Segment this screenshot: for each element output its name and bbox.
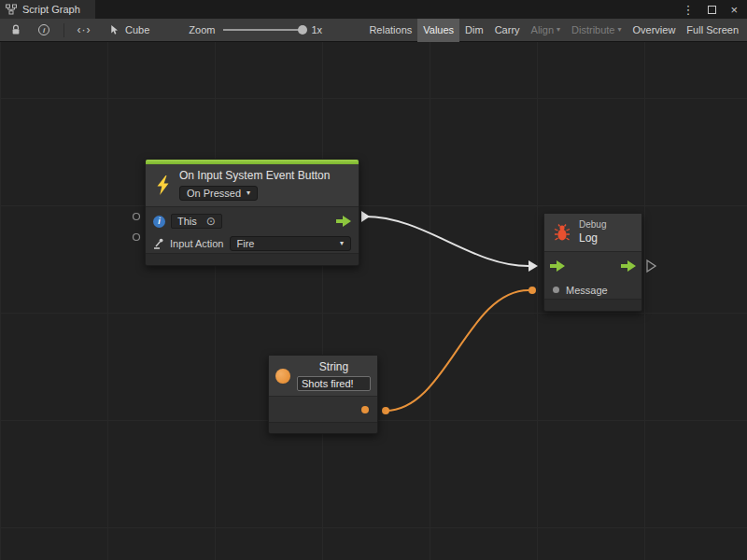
node-debug-log[interactable]: Debug Log Message [543,213,642,312]
node-on-input-system-event-button[interactable]: On Input System Event Button On Pressed … [145,159,359,266]
input-action-icon [153,238,164,249]
values-button[interactable]: Values [417,19,459,42]
chevron-down-icon: ▾ [618,26,622,34]
string-type-icon [275,369,290,384]
input-action-row: Input Action Fire ▾ [153,234,351,253]
tab-script-graph[interactable]: Script Graph [0,0,95,19]
this-row: i This ⊙ [153,212,351,231]
distribute-button[interactable]: Distribute ▾ [566,19,627,42]
zoom-value: 1x [311,24,322,35]
relations-button[interactable]: Relations [363,19,417,42]
debug-node-category: Debug [579,219,606,230]
string-output-port[interactable] [382,407,389,414]
string-node-title: String [319,360,348,373]
chevron-down-icon: ▾ [247,189,250,197]
debug-node-footer [544,299,641,311]
bug-icon [553,223,571,242]
graph-target-button[interactable]: Cube [109,24,149,35]
message-label: Message [566,285,608,296]
input-action-dropdown[interactable]: Fire ▾ [230,236,352,251]
close-icon[interactable]: × [730,3,738,17]
maximize-icon[interactable] [708,6,716,14]
flow-output-arrow-icon[interactable] [621,260,636,272]
flow-input-arrow-icon[interactable] [550,260,565,272]
input-action-input-port[interactable] [134,234,140,241]
event-node-footer [146,253,359,265]
lightning-bolt-icon [156,175,170,195]
debug-node-title: Log [579,231,606,245]
this-object-field[interactable]: This ⊙ [171,214,222,229]
event-node-body: i This ⊙ Input Acti [146,207,359,253]
graph-toolbar: i ‹·› Cube Zoom 1x Relations Values [0,19,747,42]
wire-control-flow-arrowhead-icon [529,260,538,272]
string-node-footer [269,422,377,433]
chevron-down-icon: ▾ [340,240,344,247]
object-picker-icon[interactable]: ⊙ [206,216,216,227]
dim-button[interactable]: Dim [459,19,489,42]
info-badge-icon: i [153,216,165,228]
wire-control-flow[interactable] [365,217,529,266]
zoom-control: Zoom 1x [189,24,322,35]
lock-icon[interactable] [7,21,24,38]
title-bar: Script Graph ⋮ × [0,0,747,19]
graph-icon [6,4,17,15]
inspect-info-icon[interactable]: i [35,21,52,38]
string-node-body [269,397,377,422]
script-graph-window: Script Graph ⋮ × i ‹·› [0,0,747,560]
fullscreen-button[interactable]: Full Screen [681,19,744,42]
target-object-label: Cube [125,24,149,35]
event-node-header: On Input System Event Button On Pressed … [146,164,359,207]
debug-node-header: Debug Log [544,214,641,252]
debug-flow-row [544,252,641,281]
string-port-dot-icon[interactable] [361,406,369,413]
graph-canvas[interactable]: On Input System Event Button On Pressed … [0,42,747,560]
zoom-slider[interactable] [223,29,303,31]
message-port-dot-icon[interactable] [553,287,559,293]
event-node-title: On Input System Event Button [179,169,353,182]
window-controls: ⋮ × [682,0,747,19]
message-input-port[interactable] [529,287,536,294]
cursor-icon [109,24,120,35]
toolbar-buttons: Relations Values Dim Carry Align ▾ Distr… [363,19,747,42]
wire-string-value[interactable] [386,290,529,411]
trigger-phase-dropdown[interactable]: On Pressed ▾ [179,186,258,201]
menu-icon[interactable]: ⋮ [682,3,694,17]
event-flow-output-port[interactable] [361,211,370,222]
message-row: Message [544,281,641,299]
this-input-port[interactable] [134,214,140,220]
align-button[interactable]: Align ▾ [526,19,566,42]
node-string-literal[interactable]: String Shots fired! [268,355,378,434]
zoom-label: Zoom [189,24,215,35]
code-preview-icon[interactable]: ‹·› [76,21,92,38]
flow-output-arrow-icon[interactable] [336,216,351,227]
toolbar-left-group: i ‹·› [0,21,92,38]
string-node-header: String Shots fired! [269,356,377,397]
overview-button[interactable]: Overview [627,19,682,42]
log-flow-output-port[interactable] [647,260,655,272]
chevron-down-icon: ▾ [557,26,560,34]
zoom-knob[interactable] [298,25,307,35]
carry-button[interactable]: Carry [489,19,526,42]
string-value-field[interactable]: Shots fired! [297,376,371,391]
tab-title: Script Graph [22,4,80,15]
toolbar-separator [63,23,64,37]
